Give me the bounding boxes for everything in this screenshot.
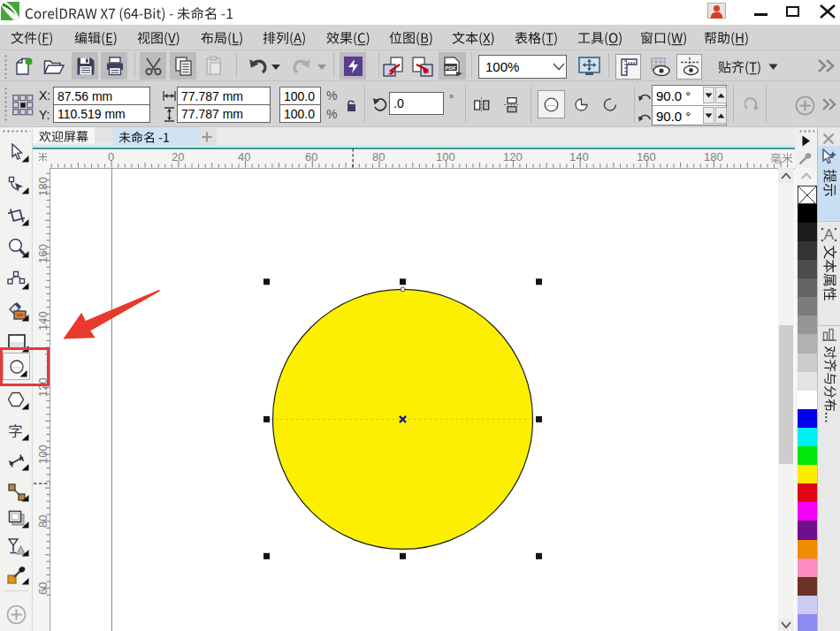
svg-text:A: A xyxy=(824,226,835,243)
